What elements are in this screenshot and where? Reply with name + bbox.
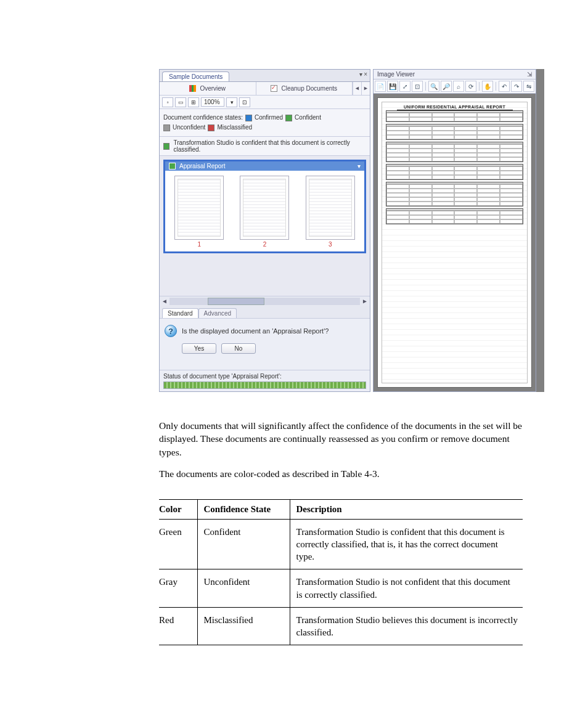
close-icon[interactable]: × xyxy=(364,71,367,78)
thumb-number: 2 xyxy=(240,240,289,248)
legend-confident: Confident xyxy=(295,113,321,123)
confidence-table: Color Confidence State Description Green… xyxy=(159,499,523,646)
legend-label: Document confidence states: xyxy=(163,113,243,123)
thumb-number: 3 xyxy=(306,240,355,248)
cell-desc: Transformation Studio believes this docu… xyxy=(290,607,523,645)
status-bar: Status of document type 'Appraisal Repor… xyxy=(160,370,370,391)
cell-state: Confident xyxy=(197,519,290,569)
document-group: Appraisal Report ▾ 1 2 3 xyxy=(163,160,366,253)
cell-state: Misclassified xyxy=(197,607,290,645)
swatch-confirmed xyxy=(245,115,252,121)
tab-sample-documents[interactable]: Sample Documents xyxy=(162,71,229,81)
question-text: Is the displayed document an 'Appraisal … xyxy=(182,327,329,335)
minimize-icon[interactable]: ▾ xyxy=(359,71,362,78)
paragraph: The documents are color-coded as describ… xyxy=(159,467,526,480)
chart-icon xyxy=(189,85,196,92)
swatch-misclassified xyxy=(208,124,214,131)
question-icon: ? xyxy=(165,325,177,337)
rotate-left-icon[interactable]: ↶ xyxy=(499,81,510,92)
yes-button[interactable]: Yes xyxy=(182,343,216,354)
classification-status: Transformation Studio is confident that … xyxy=(160,137,370,156)
prev-icon[interactable]: ◄ xyxy=(353,82,361,95)
open-icon[interactable]: 📄 xyxy=(375,81,386,92)
scroll-handle[interactable] xyxy=(208,298,265,305)
page-thumb[interactable]: 2 xyxy=(240,176,289,248)
legend-confirmed: Confirmed xyxy=(255,113,283,123)
thumb-small-icon[interactable]: ▫ xyxy=(162,97,173,107)
pan-icon[interactable]: ✋ xyxy=(482,81,493,92)
next-icon[interactable]: ► xyxy=(361,82,370,95)
table-header-row: Color Confidence State Description xyxy=(159,499,523,519)
tab-standard[interactable]: Standard xyxy=(162,308,198,318)
group-header[interactable]: Appraisal Report ▾ xyxy=(165,161,364,171)
viewer-titlebar: Image Viewer ⇲ xyxy=(374,70,536,80)
doc-heading: UNIFORM RESIDENTIAL APPRAISAL REPORT xyxy=(386,105,523,109)
cell-state: Unconfident xyxy=(197,569,290,608)
document-page: UNIFORM RESIDENTIAL APPRAISAL REPORT xyxy=(382,102,528,383)
cell-color: Gray xyxy=(159,569,197,608)
tab-advanced[interactable]: Advanced xyxy=(198,308,237,318)
pane-window-controls: ▾ × xyxy=(359,71,367,78)
group-swatch xyxy=(169,163,176,169)
swatch-confident xyxy=(285,115,292,121)
rotate-right-icon[interactable]: ↷ xyxy=(511,81,522,92)
col-header-state: Confidence State xyxy=(197,499,290,519)
pane-tab-strip: Sample Documents ▾ × xyxy=(160,70,370,82)
check-icon xyxy=(271,85,277,92)
overview-label: Overview xyxy=(200,85,226,92)
flip-icon[interactable]: ⇋ xyxy=(523,81,534,92)
no-button[interactable]: No xyxy=(221,343,256,354)
actual-size-icon[interactable]: ⊡ xyxy=(412,81,423,92)
pin-icon[interactable]: ⇲ xyxy=(527,71,532,78)
zoom-in-icon[interactable]: 🔍 xyxy=(428,81,439,92)
zoom-toolbar: ▫ ▭ ⊞ 100% ▾ ⊡ xyxy=(160,96,370,109)
thumb-number: 1 xyxy=(174,240,224,248)
col-header-color: Color xyxy=(159,499,197,519)
fit-icon[interactable]: ⤢ xyxy=(399,81,410,92)
group-title: Appraisal Report xyxy=(179,163,225,169)
page-thumb[interactable]: 3 xyxy=(306,176,355,248)
zoom-region-icon[interactable]: ⌕ xyxy=(453,81,464,92)
question-tabs: Standard Advanced xyxy=(160,306,370,319)
zoom-value[interactable]: 100% xyxy=(201,97,224,107)
swatch-unconfident xyxy=(163,124,170,131)
status-message: Transformation Studio is confident that … xyxy=(173,139,366,153)
app-screenshot: Sample Documents ▾ × Overview Cleanup Do… xyxy=(159,69,544,392)
viewer-title: Image Viewer xyxy=(377,71,415,78)
col-header-desc: Description xyxy=(290,499,523,519)
zoom-out-icon[interactable]: 🔎 xyxy=(441,81,452,92)
thumb-large-icon[interactable]: ▭ xyxy=(175,97,186,107)
table-row: Gray Unconfident Transformation Studio i… xyxy=(159,569,523,608)
nav-arrows: ◄ ► xyxy=(353,82,370,95)
body-text: Only documents that will significantly a… xyxy=(159,419,526,481)
fit-icon[interactable]: ⊡ xyxy=(239,97,250,107)
legend-misclassified: Misclassified xyxy=(217,123,252,133)
cell-color: Green xyxy=(159,519,197,569)
view-toolbar: Overview Cleanup Documents ◄ ► xyxy=(160,82,370,96)
status-bar-text: Status of document type 'Appraisal Repor… xyxy=(163,373,282,380)
document-view[interactable]: UNIFORM RESIDENTIAL APPRAISAL REPORT xyxy=(377,97,532,388)
question-panel: ? Is the displayed document an 'Appraisa… xyxy=(160,319,370,370)
horizontal-scrollbar[interactable]: ◄ ► xyxy=(160,296,370,306)
legend-unconfident: Unconfident xyxy=(173,123,205,133)
progress-bar xyxy=(163,381,366,389)
viewer-toolbar: 📄 💾 ⤢ ⊡ 🔍 🔎 ⌕ ⟳ ✋ ↶ ↷ ⇋ xyxy=(374,80,536,94)
scroll-right-icon[interactable]: ► xyxy=(360,298,370,304)
confidence-legend: Document confidence states: Confirmed Co… xyxy=(160,109,370,137)
scroll-left-icon[interactable]: ◄ xyxy=(160,298,169,304)
chevron-down-icon[interactable]: ▾ xyxy=(357,163,361,169)
cleanup-label: Cleanup Documents xyxy=(281,85,337,92)
table-row: Green Confident Transformation Studio is… xyxy=(159,519,523,569)
cell-color: Red xyxy=(159,607,197,645)
thumbnail-row: 1 2 3 xyxy=(168,173,362,250)
cleanup-button[interactable]: Cleanup Documents xyxy=(256,82,353,95)
zoom-reset-icon[interactable]: ⟳ xyxy=(465,81,476,92)
zoom-dropdown-icon[interactable]: ▾ xyxy=(226,97,237,107)
table-row: Red Misclassified Transformation Studio … xyxy=(159,607,523,645)
cell-desc: Transformation Studio is not confident t… xyxy=(290,569,523,608)
overview-button[interactable]: Overview xyxy=(160,82,256,95)
grid-icon[interactable]: ⊞ xyxy=(188,97,199,107)
save-icon[interactable]: 💾 xyxy=(387,81,398,92)
page-thumb[interactable]: 1 xyxy=(174,176,224,248)
paragraph: Only documents that will significantly a… xyxy=(159,419,526,459)
